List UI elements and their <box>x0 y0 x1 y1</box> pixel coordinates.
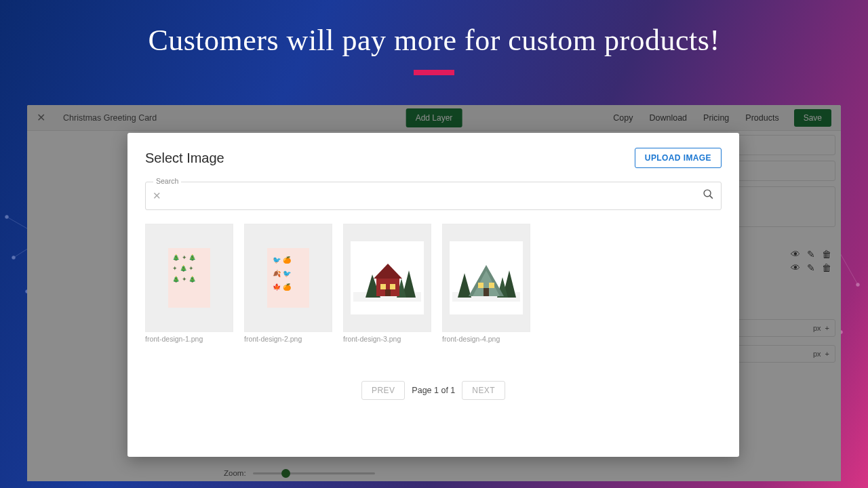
image-grid: front-design-1.png front-design-2.png <box>145 224 722 343</box>
svg-point-12 <box>12 256 16 260</box>
headline: Customers will pay more for custom produ… <box>0 0 868 58</box>
thumb-filename: front-design-3.png <box>343 335 431 343</box>
house-green-illustration <box>452 254 520 302</box>
image-thumb[interactable]: front-design-2.png <box>244 224 332 343</box>
thumb-filename: front-design-4.png <box>442 335 530 343</box>
thumb-filename: front-design-2.png <box>244 335 332 343</box>
upload-image-button[interactable]: UPLOAD IMAGE <box>635 148 722 168</box>
svg-marker-37 <box>374 264 402 279</box>
search-label: Search <box>153 177 181 185</box>
prev-button[interactable]: PREV <box>361 381 405 400</box>
search-field: ✕ <box>145 182 722 210</box>
svg-marker-42 <box>458 273 471 298</box>
house-red-illustration <box>353 254 421 302</box>
svg-rect-40 <box>385 289 391 296</box>
select-image-modal: Select Image UPLOAD IMAGE Search ✕ front… <box>127 133 739 457</box>
accent-bar <box>414 70 454 75</box>
svg-rect-39 <box>390 284 395 289</box>
svg-rect-38 <box>380 284 386 289</box>
modal-title: Select Image <box>145 150 224 166</box>
svg-point-30 <box>704 190 711 197</box>
svg-point-29 <box>856 283 860 287</box>
svg-line-31 <box>710 196 713 199</box>
image-thumb[interactable]: front-design-3.png <box>343 224 431 343</box>
next-button[interactable]: NEXT <box>462 381 505 400</box>
thumb-filename: front-design-1.png <box>145 335 233 343</box>
image-thumb[interactable]: front-design-1.png <box>145 224 233 343</box>
image-thumb[interactable]: front-design-4.png <box>442 224 530 343</box>
svg-rect-49 <box>484 288 489 296</box>
svg-point-7 <box>5 216 9 219</box>
search-input[interactable] <box>167 191 703 201</box>
clear-icon[interactable]: ✕ <box>153 190 161 202</box>
page-info: Page 1 of 1 <box>412 386 455 395</box>
svg-rect-47 <box>478 283 484 288</box>
pager: PREV Page 1 of 1 NEXT <box>145 381 722 400</box>
svg-rect-48 <box>489 283 494 288</box>
search-icon[interactable] <box>703 188 714 203</box>
